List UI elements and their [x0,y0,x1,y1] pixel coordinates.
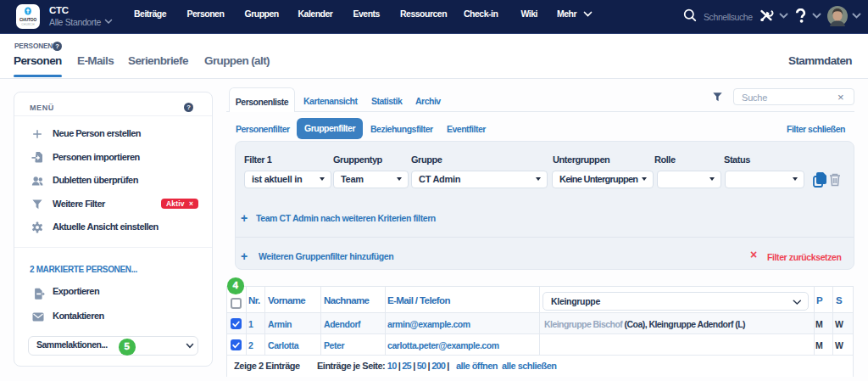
svg-text:CHURCH: CHURCH [21,23,35,26]
svg-text:CHUTOO: CHUTOO [19,18,36,22]
